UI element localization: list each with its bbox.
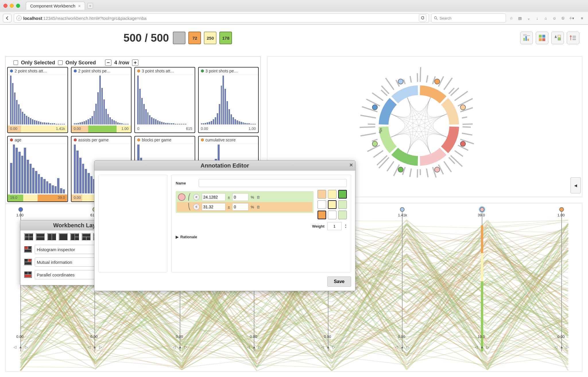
view-tools: & [520,32,579,44]
increase-per-row-button[interactable]: + [132,59,138,66]
reader-icon[interactable]: ▤ [517,15,523,21]
svg-line-34 [455,151,463,156]
rule-tolerance-input[interactable] [232,203,248,211]
palette-swatch[interactable] [318,211,326,219]
pc-axis-nav[interactable]: ◁▲▷ [12,344,29,350]
pc-axis[interactable] [482,211,482,351]
layout-option[interactable] [47,233,56,240]
close-dialog-icon[interactable]: × [349,162,353,168]
palette-swatch[interactable] [338,211,347,219]
pc-axis-nav[interactable]: ◁▲▷ [320,344,336,350]
chord-diagram[interactable]: age [344,57,505,192]
only-scored-checkbox[interactable] [58,60,63,65]
face-icon[interactable]: ☺ [551,15,558,21]
category-box-1[interactable]: 72 [188,32,201,44]
pc-axis-dot[interactable] [480,207,484,212]
pc-axis-nav[interactable]: ◁▲▷ [553,344,570,350]
weight-stepper[interactable]: ▲▼ [345,224,347,229]
palette-swatch[interactable] [318,200,326,209]
browser-search[interactable]: Search [431,14,506,23]
delete-rule-icon[interactable]: 🗑 [256,205,260,209]
layout-option[interactable] [82,233,90,240]
rule-value-input[interactable] [202,193,225,201]
svg-line-28 [463,124,473,124]
palette-swatch[interactable] [328,190,336,199]
pc-axis-nav[interactable]: ◁▲▷ [394,344,411,350]
pc-axis-dot[interactable] [559,207,564,212]
addon-icon[interactable]: ✧▾ [568,15,575,21]
panel-collapse-handle[interactable]: ◀ [570,177,581,193]
x-min: 0 [137,126,139,131]
palette-swatch[interactable] [328,211,336,219]
rule-operator-button[interactable]: < [193,194,200,200]
only-scored-label: Only Scored [65,60,96,66]
pc-axis-dot[interactable] [400,207,405,212]
pc-axis[interactable] [561,211,562,351]
tool-grid-icon[interactable] [536,32,548,44]
pc-axis-nav[interactable]: ◁▲▷ [86,344,103,350]
layout-option[interactable] [59,233,67,240]
svg-line-61 [366,99,380,106]
layout-option[interactable] [36,233,45,240]
decrease-per-row-button[interactable]: − [105,59,111,66]
category-box-3[interactable]: 178 [219,32,232,44]
rule-tolerance-input[interactable] [232,193,248,201]
dialog-header[interactable]: Annotation Editor × [94,161,355,171]
layout-option[interactable] [70,233,79,240]
minimize-window-icon[interactable] [10,4,14,8]
rule-value-input[interactable] [202,203,225,211]
pc-axis-nav[interactable]: ◁▲▷ [246,344,262,350]
weight-input[interactable] [327,222,342,230]
rule-operator-button[interactable]: < [193,204,200,210]
site-info-icon[interactable]: i [16,16,22,21]
annotation-list-pane[interactable] [98,175,167,272]
info-icon[interactable]: ① [560,15,566,21]
downloads-icon[interactable]: ↓ [534,15,540,21]
layout-option[interactable] [24,233,33,240]
svg-line-25 [458,99,473,106]
save-button[interactable]: Save [327,276,351,287]
tool-histogram-icon[interactable] [520,32,533,44]
window-controls [3,4,20,8]
maximize-window-icon[interactable] [16,4,20,8]
x-min: 0.00 [10,126,17,131]
svg-line-66 [386,78,394,90]
pc-axis-nav[interactable]: ◁▲▷ [474,344,490,350]
reload-button[interactable] [419,14,426,22]
only-selected-checkbox[interactable] [13,60,18,65]
pocket-icon[interactable]: ⌄ [525,15,532,21]
palette-swatch[interactable] [338,190,347,199]
histogram-cell[interactable]: 2 point shots att…0.001.41k [7,67,68,133]
bookmark-star-icon[interactable]: ☆ [508,15,514,21]
palette-swatch[interactable] [328,200,336,209]
address-bar[interactable]: i localhost:12345/react/workbench.html#?… [14,14,429,23]
histogram-cell[interactable]: 3 point shots att…0615 [134,67,195,133]
histogram-cell[interactable]: 3 point shots pe…0.001.00 [198,67,259,133]
browser-tab[interactable]: Component Workbench × [26,2,85,10]
palette-swatch[interactable] [338,200,347,209]
histogram-cell[interactable]: 2 point shots pe…0.001.00 [71,67,132,133]
svg-line-27 [462,117,467,118]
palette-swatch[interactable] [318,190,326,199]
dialog-title: Annotation Editor [201,162,249,169]
tool-sort-icon[interactable] [567,32,579,44]
pc-axis-nav[interactable]: ◁▲▷ [172,344,188,350]
close-window-icon[interactable] [3,4,7,8]
histogram-filter-bar: Only Selected Only Scored − 4 /row + [7,58,259,67]
tool-annotate-icon[interactable]: & [551,32,564,44]
svg-line-70 [417,73,418,82]
new-tab-button[interactable]: + [87,3,93,9]
pc-axis-dot[interactable] [18,207,23,212]
category-box-0[interactable] [173,32,185,44]
delete-rule-icon[interactable]: 🗑 [256,195,260,199]
histogram-cell[interactable]: age19.039.0 [7,136,68,202]
name-input[interactable] [199,179,347,187]
category-box-2[interactable]: 250 [204,32,216,44]
legend-dot-icon [10,70,13,72]
pc-axis[interactable] [402,211,403,351]
menu-icon[interactable]: ≡ [579,15,585,21]
home-icon[interactable]: ⌂ [543,15,549,21]
rationale-toggle[interactable]: ▶ Rationale [176,235,347,239]
close-tab-icon[interactable]: × [78,3,81,8]
back-button[interactable] [3,14,11,22]
